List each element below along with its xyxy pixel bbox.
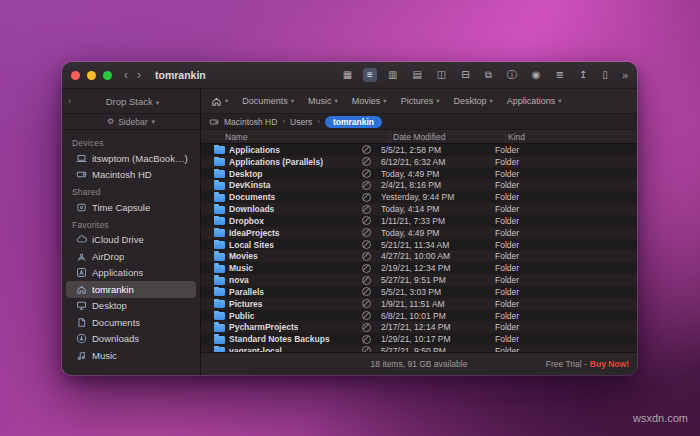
drive-icon bbox=[76, 169, 87, 180]
main-pane: ▾ Documents ▾ Music ▾ bbox=[201, 89, 637, 375]
back-button[interactable]: ‹ bbox=[124, 69, 128, 81]
file-date-modified: 2/17/21, 12:14 PM bbox=[379, 322, 493, 332]
chevron-down-icon: ▾ bbox=[335, 97, 338, 105]
home-shortcut-button[interactable]: ▾ bbox=[211, 96, 228, 107]
file-kind: Folder bbox=[493, 251, 625, 261]
shortcut-folder-button[interactable]: Movies ▾ bbox=[352, 96, 387, 106]
zoom-button[interactable] bbox=[103, 71, 112, 80]
sidebar-item-label: iCloud Drive bbox=[92, 234, 144, 245]
file-row[interactable]: Applications 5/5/21, 2:58 PM Folder bbox=[201, 144, 637, 156]
column-header-kind[interactable]: Kind bbox=[505, 130, 637, 143]
file-row[interactable]: Documents Yesterday, 9:44 PM Folder bbox=[201, 191, 637, 203]
file-name: Dropbox bbox=[229, 216, 264, 226]
file-row[interactable]: Standard Notes Backups 1/29/21, 10:17 PM… bbox=[201, 333, 637, 345]
title-bar: ‹ › tomrankin ▦ ≡ ▥ ▤ ◫ ⊟ ⧉ ⓘ ◉ bbox=[62, 62, 637, 89]
sidebar-item-label: Desktop bbox=[92, 300, 127, 311]
breadcrumb-segment[interactable]: Macintosh HD bbox=[224, 117, 277, 127]
sidebar-item-label: Downloads bbox=[92, 333, 139, 344]
sidebar-item[interactable]: Macintosh HD bbox=[66, 167, 196, 184]
sidebar-item[interactable]: tomrankin bbox=[66, 281, 196, 298]
dual-pane-icon[interactable]: ◫ bbox=[433, 68, 450, 82]
file-name: Desktop bbox=[229, 169, 263, 179]
shortcut-folder-button[interactable]: Documents ▾ bbox=[242, 96, 294, 106]
file-name: Pictures bbox=[229, 299, 263, 309]
file-row[interactable]: Downloads Today, 4:14 PM Folder bbox=[201, 203, 637, 215]
file-name: Public bbox=[229, 311, 255, 321]
forward-button[interactable]: › bbox=[137, 69, 141, 81]
column-header-name[interactable]: Name bbox=[201, 132, 390, 142]
drop-stack-icon[interactable]: ⊟ bbox=[457, 68, 473, 82]
breadcrumb-segment[interactable]: Users bbox=[290, 117, 312, 127]
status-icon bbox=[362, 240, 371, 249]
buy-now-link[interactable]: Buy Now! bbox=[590, 359, 629, 369]
preview-pane-icon[interactable]: ▯ bbox=[598, 68, 612, 82]
sidebar-item-label: Music bbox=[92, 350, 117, 361]
file-name-cell: IdeaProjects bbox=[201, 228, 379, 238]
tabs-icon[interactable]: ⧉ bbox=[481, 68, 496, 82]
home-icon bbox=[76, 284, 87, 295]
quick-look-icon[interactable]: ◉ bbox=[528, 68, 545, 82]
laptop-icon bbox=[76, 153, 87, 164]
file-row[interactable]: Local Sites 5/21/21, 11:34 AM Folder bbox=[201, 239, 637, 251]
file-row[interactable]: Pictures 1/9/21, 11:51 AM Folder bbox=[201, 298, 637, 310]
file-kind: Folder bbox=[493, 169, 625, 179]
breadcrumb-current[interactable]: tomrankin bbox=[325, 116, 382, 128]
sidebar-item[interactable]: iCloud Drive bbox=[66, 232, 196, 249]
file-row[interactable]: nova 5/27/21, 9:51 PM Folder bbox=[201, 274, 637, 286]
sidebar-item[interactable]: Applications bbox=[66, 265, 196, 282]
file-row[interactable]: Dropbox 1/11/21, 7:33 PM Folder bbox=[201, 215, 637, 227]
icon-view-icon[interactable]: ▦ bbox=[339, 68, 356, 82]
gallery-view-icon[interactable]: ▤ bbox=[408, 68, 425, 82]
folder-icon bbox=[214, 170, 225, 178]
sidebar-item[interactable]: itswptom (MacBook…) bbox=[66, 150, 196, 167]
sidebar-item[interactable]: Music bbox=[66, 347, 196, 364]
file-row[interactable]: IdeaProjects Today, 4:49 PM Folder bbox=[201, 227, 637, 239]
sidebar-options-button[interactable]: ⚙ Sidebar ▾ bbox=[62, 114, 200, 130]
file-name: Local Sites bbox=[229, 240, 274, 250]
file-row[interactable]: Movies 4/27/21, 10:00 AM Folder bbox=[201, 250, 637, 262]
shortcut-folder-button[interactable]: Applications ▾ bbox=[507, 96, 562, 106]
sidebar-item[interactable]: AirDrop bbox=[66, 248, 196, 265]
file-row[interactable]: Applications (Parallels) 6/12/21, 6:32 A… bbox=[201, 156, 637, 168]
sidebar-item[interactable]: Documents bbox=[66, 314, 196, 331]
file-name-cell: Documents bbox=[201, 192, 379, 202]
desktop-icon bbox=[76, 300, 87, 311]
column-header-date-modified[interactable]: Date Modified bbox=[390, 130, 505, 143]
list-view-icon[interactable]: ≡ bbox=[363, 68, 377, 82]
sidebar-item[interactable]: Downloads bbox=[66, 331, 196, 348]
folder-icon bbox=[214, 158, 225, 166]
sidebar-item[interactable]: Time Capsule bbox=[66, 199, 196, 216]
minimize-button[interactable] bbox=[87, 71, 96, 80]
share-icon[interactable]: ↥ bbox=[575, 68, 591, 82]
favorites-list: iCloud Drive AirDrop Applications bbox=[62, 232, 200, 364]
column-view-icon[interactable]: ▥ bbox=[384, 68, 401, 82]
status-icon bbox=[362, 276, 371, 285]
file-row[interactable]: vagrant-local 5/27/21, 9:50 PM Folder bbox=[201, 345, 637, 352]
shortcut-folder-button[interactable]: Music ▾ bbox=[308, 96, 338, 106]
file-kind: Folder bbox=[493, 157, 625, 167]
file-kind: Folder bbox=[493, 204, 625, 214]
devices-list: itswptom (MacBook…) Macintosh HD bbox=[62, 150, 200, 183]
file-kind: Folder bbox=[493, 192, 625, 202]
close-button[interactable] bbox=[71, 71, 80, 80]
file-row[interactable]: Desktop Today, 4:49 PM Folder bbox=[201, 168, 637, 180]
folder-icon bbox=[214, 265, 225, 273]
file-row[interactable]: Public 6/8/21, 10:01 PM Folder bbox=[201, 310, 637, 322]
shortcut-folder-button[interactable]: Desktop ▾ bbox=[453, 96, 492, 106]
documents-icon bbox=[76, 317, 87, 328]
toolbar-overflow-button[interactable]: » bbox=[622, 69, 628, 81]
status-icon bbox=[362, 252, 371, 261]
shortcut-folder-button[interactable]: Pictures ▾ bbox=[401, 96, 440, 106]
chevron-down-icon: ▾ bbox=[151, 118, 155, 126]
file-date-modified: 5/5/21, 3:03 PM bbox=[379, 287, 493, 297]
file-row[interactable]: Music 2/19/21, 12:34 PM Folder bbox=[201, 262, 637, 274]
info-icon[interactable]: ⓘ bbox=[503, 68, 521, 82]
file-row[interactable]: PycharmProjects 2/17/21, 12:14 PM Folder bbox=[201, 321, 637, 333]
file-row[interactable]: Parallels 5/5/21, 3:03 PM Folder bbox=[201, 286, 637, 298]
timecapsule-icon bbox=[76, 202, 87, 213]
file-name-cell: Desktop bbox=[201, 169, 379, 179]
file-row[interactable]: DevKinsta 2/4/21, 8:16 PM Folder bbox=[201, 179, 637, 191]
sidebar-item[interactable]: Desktop bbox=[66, 298, 196, 315]
drop-stack-header[interactable]: › Drop Stack▾ bbox=[62, 89, 200, 114]
arrange-icon[interactable]: ≣ bbox=[552, 68, 568, 82]
